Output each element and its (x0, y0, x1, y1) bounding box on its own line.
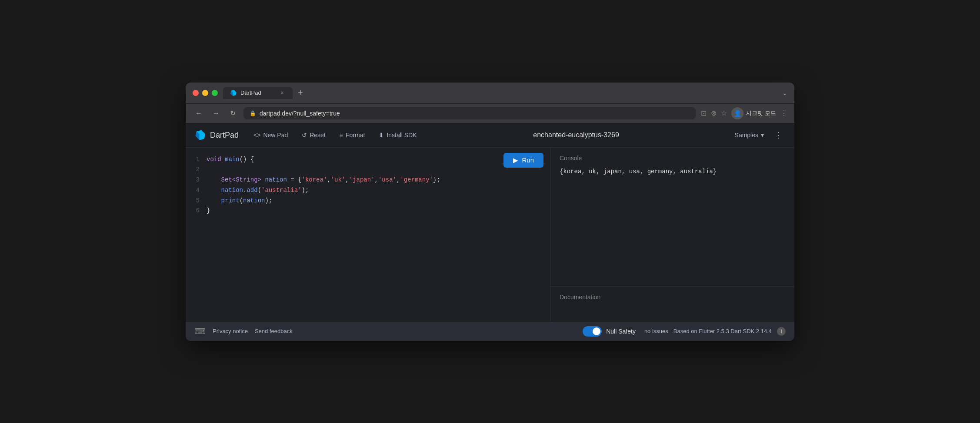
line-number: 3 (191, 175, 200, 185)
dartpad-toolbar: DartPad <> New Pad ↺ Reset ≡ Format ⬇ In… (186, 123, 794, 148)
new-pad-button[interactable]: <> New Pad (247, 129, 294, 141)
footer-left: ⌨ Privacy notice Send feedback (194, 327, 293, 336)
browser-more-icon[interactable]: ⋮ (780, 109, 787, 117)
play-icon: ▶ (513, 156, 518, 164)
documentation-title: Documentation (560, 294, 786, 301)
samples-button[interactable]: Samples ▾ (730, 129, 769, 141)
browser-tab[interactable]: DartPad × (223, 87, 293, 99)
format-icon: ≡ (340, 132, 343, 139)
no-issues-badge: no issues (644, 328, 668, 334)
console-section: Console {korea, uk, japan, usa, germany,… (551, 148, 794, 287)
code-line-5: 5 print(nation); (191, 196, 545, 206)
avatar: 👤 (731, 107, 743, 119)
footer: ⌨ Privacy notice Send feedback Null Safe… (186, 321, 794, 341)
minimize-button[interactable] (202, 90, 208, 96)
tab-bar: DartPad × + (223, 87, 777, 99)
line-number: 5 (191, 196, 200, 206)
code-line-3: 3 Set<String> nation = {'korea','uk','ja… (191, 175, 545, 185)
send-feedback-button[interactable]: Send feedback (255, 328, 293, 334)
dartpad-logo: DartPad (194, 129, 239, 141)
browser-window: DartPad × + ⌄ ← → ↻ 🔒 dartpad.dev/?null_… (186, 83, 794, 341)
code-line-4: 4 nation.add('australia'); (191, 185, 545, 196)
new-tab-button[interactable]: + (294, 87, 307, 99)
code-line-6: 6 } (191, 206, 545, 216)
dartpad-logo-icon (194, 129, 207, 141)
url-bar[interactable]: 🔒 dartpad.dev/?null_safety=true (243, 107, 696, 119)
code-content: 1 void main() { 2 3 Set<String> nation =… (186, 155, 550, 217)
more-options-button[interactable]: ⋮ (771, 128, 786, 142)
maximize-button[interactable] (212, 90, 218, 96)
line-number: 4 (191, 185, 200, 196)
reset-icon: ↺ (302, 132, 307, 139)
pad-name: enchanted-eucalyptus-3269 (533, 131, 619, 139)
line-number: 6 (191, 206, 200, 216)
dartpad-title: DartPad (210, 131, 239, 140)
translate-icon[interactable]: ⊡ (701, 109, 707, 117)
line-number: 2 (191, 165, 200, 175)
camera-off-icon[interactable]: ⊗ (711, 109, 717, 117)
keyboard-icon: ⌨ (194, 327, 206, 336)
traffic-lights (193, 90, 218, 96)
back-button[interactable]: ← (193, 109, 205, 118)
install-sdk-button[interactable]: ⬇ Install SDK (373, 129, 423, 141)
info-icon[interactable]: i (777, 327, 786, 336)
lock-icon: 🔒 (250, 110, 256, 116)
documentation-section: Documentation (551, 287, 794, 321)
line-number: 1 (191, 155, 200, 165)
tab-close-button[interactable]: × (279, 89, 286, 96)
close-button[interactable] (193, 90, 199, 96)
download-icon: ⬇ (379, 132, 384, 139)
code-line-2: 2 (191, 165, 545, 175)
footer-right: no issues Based on Flutter 2.5.3 Dart SD… (644, 327, 786, 336)
forward-button[interactable]: → (210, 109, 222, 118)
user-profile-button[interactable]: 👤 시크릿 모드 (731, 107, 776, 119)
null-safety-label: Null Safety (606, 328, 636, 335)
run-button[interactable]: ▶ Run (503, 153, 543, 168)
chevron-down-icon: ▾ (761, 132, 764, 139)
dart-favicon-icon (230, 89, 237, 96)
user-label: 시크릿 모드 (746, 109, 776, 117)
null-safety-toggle: Null Safety (583, 326, 636, 337)
sdk-info: Based on Flutter 2.5.3 Dart SDK 2.14.4 (673, 328, 772, 334)
reset-button[interactable]: ↺ Reset (296, 129, 332, 141)
tab-title: DartPad (240, 89, 261, 96)
main-content: ▶ Run 1 void main() { 2 3 Set<String> na… (186, 148, 794, 321)
url-text: dartpad.dev/?null_safety=true (260, 110, 340, 117)
toggle-knob (593, 327, 600, 335)
console-output: {korea, uk, japan, usa, germany, austral… (560, 167, 786, 176)
console-title: Console (560, 155, 786, 162)
address-bar-actions: ⊡ ⊗ ☆ 👤 시크릿 모드 ⋮ (701, 107, 787, 119)
code-line-1: 1 void main() { (191, 155, 545, 165)
privacy-notice-button[interactable]: Privacy notice (213, 328, 248, 334)
null-safety-switch[interactable] (583, 326, 602, 337)
code-editor[interactable]: ▶ Run 1 void main() { 2 3 Set<String> na… (186, 148, 551, 321)
expand-icon: ⌄ (782, 89, 787, 96)
star-icon[interactable]: ☆ (721, 109, 727, 117)
refresh-button[interactable]: ↻ (227, 108, 238, 118)
code-icon: <> (253, 132, 260, 139)
title-bar: DartPad × + ⌄ (186, 83, 794, 104)
right-panel: Console {korea, uk, japan, usa, germany,… (551, 148, 794, 321)
format-button[interactable]: ≡ Format (333, 129, 371, 141)
address-bar: ← → ↻ 🔒 dartpad.dev/?null_safety=true ⊡ … (186, 104, 794, 123)
